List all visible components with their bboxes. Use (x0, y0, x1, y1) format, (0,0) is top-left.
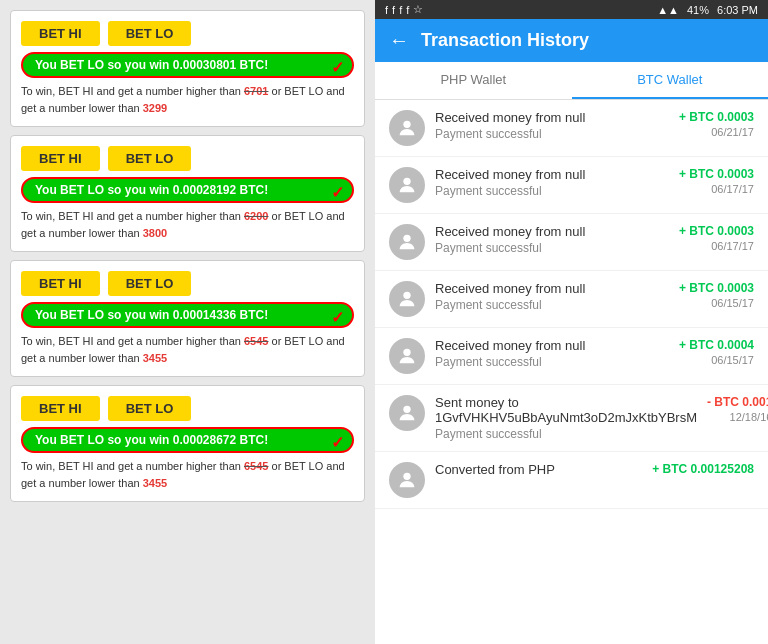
avatar (389, 281, 425, 317)
avatar (389, 167, 425, 203)
svg-point-2 (403, 235, 410, 242)
svg-point-5 (403, 406, 410, 413)
bet-description: To win, BET HI and get a number higher t… (21, 333, 354, 366)
bet-hi-button[interactable]: BET HI (21, 271, 100, 296)
transaction-list: Received money from null Payment success… (375, 100, 768, 644)
svg-point-4 (403, 349, 410, 356)
tx-amount: + BTC 0.0004 (679, 338, 754, 352)
tx-content: Received money from null Payment success… (435, 338, 669, 369)
transaction-header: ← Transaction History (375, 19, 768, 62)
avatar (389, 224, 425, 260)
hi-number: 6701 (244, 85, 268, 97)
transaction-item-4[interactable]: Received money from null Payment success… (375, 328, 768, 385)
bet-lo-button[interactable]: BET LO (108, 396, 192, 421)
transaction-item-5[interactable]: Sent money to 1GvfVHKHV5uBbAyuNmt3oD2mJx… (375, 385, 768, 452)
avatar (389, 395, 425, 431)
hi-number: 6200 (244, 210, 268, 222)
bet-buttons: BET HI BET LO (21, 396, 354, 421)
svg-point-1 (403, 178, 410, 185)
avatar (389, 338, 425, 374)
tx-subtitle: Payment successful (435, 241, 669, 255)
tx-right: + BTC 0.0004 06/15/17 (679, 338, 754, 366)
bet-card-3: BET HI BET LO You BET LO so you win 0.00… (10, 385, 365, 502)
tx-content: Received money from null Payment success… (435, 110, 669, 141)
tx-subtitle: Payment successful (435, 184, 669, 198)
lo-number: 3455 (143, 477, 167, 489)
tx-right: + BTC 0.0003 06/17/17 (679, 224, 754, 252)
bet-description: To win, BET HI and get a number higher t… (21, 83, 354, 116)
transaction-item-2[interactable]: Received money from null Payment success… (375, 214, 768, 271)
bet-buttons: BET HI BET LO (21, 21, 354, 46)
wallet-tab-1[interactable]: BTC Wallet (572, 62, 769, 99)
lo-number: 3800 (143, 227, 167, 239)
tx-title: Sent money to 1GvfVHKHV5uBbAyuNmt3oD2mJx… (435, 395, 697, 425)
hi-number: 6545 (244, 335, 268, 347)
avatar (389, 110, 425, 146)
bet-hi-button[interactable]: BET HI (21, 21, 100, 46)
tx-date: 06/21/17 (679, 126, 754, 138)
tx-content: Received money from null Payment success… (435, 167, 669, 198)
tx-title: Converted from PHP (435, 462, 642, 477)
win-banner: You BET LO so you win 0.00014336 BTC! (21, 302, 354, 328)
tx-right: - BTC 0.001 12/18/16 (707, 395, 768, 423)
win-banner: You BET LO so you win 0.00028192 BTC! (21, 177, 354, 203)
lo-number: 3455 (143, 352, 167, 364)
tx-amount: + BTC 0.0003 (679, 167, 754, 181)
tx-content: Received money from null Payment success… (435, 224, 669, 255)
lo-number: 3299 (143, 102, 167, 114)
win-banner: You BET LO so you win 0.00030801 BTC! (21, 52, 354, 78)
fb-icon2: f (392, 4, 395, 16)
bet-description: To win, BET HI and get a number higher t… (21, 458, 354, 491)
svg-point-0 (403, 121, 410, 128)
tx-title: Received money from null (435, 224, 669, 239)
fb-icon4: f (406, 4, 409, 16)
bet-lo-button[interactable]: BET LO (108, 146, 192, 171)
bet-lo-button[interactable]: BET LO (108, 271, 192, 296)
fb-icon3: f (399, 4, 402, 16)
star-icon: ☆ (413, 3, 423, 16)
clock: 6:03 PM (717, 4, 758, 16)
transaction-item-3[interactable]: Received money from null Payment success… (375, 271, 768, 328)
status-bar: f f f f ☆ ▲▲ 41% 6:03 PM (375, 0, 768, 19)
bet-lo-button[interactable]: BET LO (108, 21, 192, 46)
hi-number: 6545 (244, 460, 268, 472)
wallet-tabs: PHP WalletBTC Wallet (375, 62, 768, 100)
tx-title: Received money from null (435, 167, 669, 182)
tx-right: + BTC 0.0003 06/17/17 (679, 167, 754, 195)
tx-date: 12/18/16 (707, 411, 768, 423)
tx-title: Received money from null (435, 110, 669, 125)
bet-description: To win, BET HI and get a number higher t… (21, 208, 354, 241)
bet-card-1: BET HI BET LO You BET LO so you win 0.00… (10, 135, 365, 252)
status-right: ▲▲ 41% 6:03 PM (657, 4, 758, 16)
tx-content: Received money from null Payment success… (435, 281, 669, 312)
win-banner: You BET LO so you win 0.00028672 BTC! (21, 427, 354, 453)
tx-subtitle: Payment successful (435, 427, 697, 441)
back-button[interactable]: ← (389, 29, 409, 52)
bet-hi-button[interactable]: BET HI (21, 146, 100, 171)
transaction-item-6[interactable]: Converted from PHP + BTC 0.00125208 (375, 452, 768, 509)
tx-content: Sent money to 1GvfVHKHV5uBbAyuNmt3oD2mJx… (435, 395, 697, 441)
wallet-tab-0[interactable]: PHP Wallet (375, 62, 572, 99)
tx-amount: + BTC 0.0003 (679, 281, 754, 295)
tx-content: Converted from PHP (435, 462, 642, 479)
tx-amount: + BTC 0.00125208 (652, 462, 754, 476)
bet-card-0: BET HI BET LO You BET LO so you win 0.00… (10, 10, 365, 127)
left-panel: BET HI BET LO You BET LO so you win 0.00… (0, 0, 375, 644)
bet-hi-button[interactable]: BET HI (21, 396, 100, 421)
tx-right: + BTC 0.0003 06/15/17 (679, 281, 754, 309)
tx-title: Received money from null (435, 281, 669, 296)
right-panel: f f f f ☆ ▲▲ 41% 6:03 PM ← Transaction H… (375, 0, 768, 644)
tx-subtitle: Payment successful (435, 298, 669, 312)
tx-right: + BTC 0.00125208 (652, 462, 754, 478)
tx-subtitle: Payment successful (435, 355, 669, 369)
page-title: Transaction History (421, 30, 589, 51)
transaction-item-0[interactable]: Received money from null Payment success… (375, 100, 768, 157)
tx-date: 06/15/17 (679, 354, 754, 366)
transaction-item-1[interactable]: Received money from null Payment success… (375, 157, 768, 214)
fb-icon: f (385, 4, 388, 16)
svg-point-6 (403, 473, 410, 480)
battery-level: 41% (687, 4, 709, 16)
tx-right: + BTC 0.0003 06/21/17 (679, 110, 754, 138)
tx-subtitle: Payment successful (435, 127, 669, 141)
tx-amount: - BTC 0.001 (707, 395, 768, 409)
